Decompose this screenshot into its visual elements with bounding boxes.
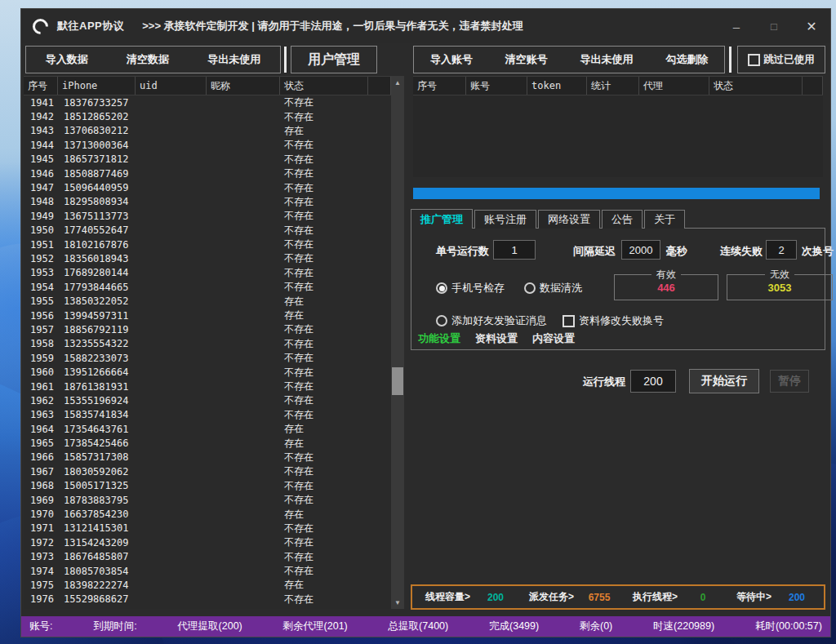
table-row[interactable]: 195118102167876不存在	[24, 238, 391, 251]
cell-status: 不存在	[280, 209, 368, 223]
table-row[interactable]: 194818295808934不存在	[24, 195, 391, 209]
interval-input[interactable]	[621, 240, 660, 260]
status-bar-item: 时速(220989)	[653, 620, 714, 633]
table-row[interactable]: 196118761381931不存在	[24, 380, 391, 393]
table-row[interactable]: 195218356018943不存在	[24, 251, 391, 265]
scroll-down-icon[interactable]: ▼	[391, 596, 404, 609]
table-row[interactable]: 195718856792119不存在	[24, 322, 391, 336]
radio-icon	[436, 315, 447, 326]
titlebar[interactable]: 默往APP协议 >>> 承接软件定制开发 | 请勿用于非法用途，一切后果与作者无…	[21, 9, 830, 43]
dispatched-tasks-label: 派发任务>	[529, 590, 574, 604]
table-row[interactable]: 197213154243209不存在	[24, 535, 391, 549]
table-row[interactable]: 195613994597311存在	[24, 309, 391, 322]
table-row[interactable]: 194518657371812不存在	[24, 153, 391, 167]
cell-no: 1963	[24, 408, 58, 422]
delete-checked-button[interactable]: 勾选删除	[660, 52, 713, 67]
table-row[interactable]: 197113121415301不存在	[24, 522, 391, 535]
table-row[interactable]: 194913675113773不存在	[24, 209, 391, 223]
profile-fail-checkbox[interactable]	[563, 315, 575, 327]
cell-status: 不存在	[280, 337, 368, 351]
export-unused-accounts-button[interactable]: 导出未使用	[575, 52, 638, 67]
subtab-function[interactable]: 功能设置	[418, 331, 460, 346]
clear-accounts-button[interactable]: 清空账号	[500, 52, 553, 67]
fail-input[interactable]	[766, 240, 797, 260]
tab-about[interactable]: 关于	[644, 210, 685, 229]
import-accounts-button[interactable]: 导入账号	[425, 52, 478, 67]
radio-phone-check[interactable]: 手机号检存	[436, 281, 505, 295]
tab-announcement[interactable]: 公告	[602, 210, 643, 229]
radio-data-clean[interactable]: 数据清洗	[524, 281, 582, 295]
cell-uid	[136, 564, 207, 578]
cell-nickname	[207, 365, 280, 379]
cell-iphone: 15857317308	[58, 451, 136, 464]
tab-register[interactable]: 账号注册	[474, 210, 536, 229]
cell-status: 不存在	[280, 593, 368, 606]
table-row[interactable]: 195813235554322不存在	[24, 337, 391, 351]
cell-no: 1959	[24, 351, 58, 365]
table-row[interactable]: 196517385425466存在	[24, 436, 391, 450]
profile-fail-option[interactable]: 资料修改失败换号	[563, 313, 664, 328]
subtab-profile[interactable]: 资料设置	[475, 331, 518, 346]
skip-used-checkbox[interactable]	[748, 54, 760, 66]
table-row[interactable]: 196918783883795不存在	[24, 493, 391, 507]
skip-used-option[interactable]: 跳过已使用	[737, 46, 825, 73]
cell-iphone: 17740552647	[58, 224, 136, 238]
waiting-threads: 等待中> 200	[736, 590, 811, 604]
cell-no: 1962	[24, 393, 58, 407]
cell-no: 1942	[24, 109, 58, 123]
start-run-button[interactable]: 开始运行	[689, 369, 759, 393]
table-row[interactable]: 195915882233073不存在	[24, 351, 391, 365]
single-run-label: 单号运行数	[436, 244, 489, 259]
table-row[interactable]: 197518398222274存在	[24, 578, 391, 592]
col-empty	[368, 77, 391, 95]
table-row[interactable]: 196815005171325不存在	[24, 479, 391, 493]
cell-nickname	[207, 422, 280, 436]
table-row[interactable]: 197016637854230存在	[24, 507, 391, 521]
maximize-button[interactable]: □	[755, 9, 793, 43]
cell-iphone: 17354643761	[58, 422, 136, 436]
scrollbar-thumb[interactable]	[392, 367, 403, 395]
table-row[interactable]: 194618508877469不存在	[24, 167, 391, 180]
table-row[interactable]: 196215355196924不存在	[24, 393, 391, 407]
table-row[interactable]: 194715096440959不存在	[24, 180, 391, 194]
radio-add-friend[interactable]: 添加好友发验证消息	[436, 313, 547, 328]
close-button[interactable]: ✕	[793, 9, 830, 43]
export-unused-data-button[interactable]: 导出未使用	[202, 52, 265, 67]
pause-button: 暂停	[770, 370, 809, 393]
table-row[interactable]: 194313706830212存在	[24, 124, 391, 138]
cell-no: 1947	[24, 180, 58, 194]
table-row[interactable]: 196013951266664不存在	[24, 365, 391, 379]
table-row[interactable]: 197615529868627不存在	[24, 593, 391, 606]
fail-label: 连续失败	[720, 244, 763, 259]
tab-promotion[interactable]: 推广管理	[411, 209, 473, 229]
col-stats: 统计	[587, 77, 639, 95]
table-row[interactable]: 197318676485807不存在	[24, 550, 391, 564]
table-row[interactable]: 194413713000364不存在	[24, 138, 391, 152]
table-row[interactable]: 195317689280144不存在	[24, 266, 391, 280]
cell-uid	[136, 294, 207, 308]
table-row[interactable]: 195417793844665不存在	[24, 280, 391, 294]
table-row[interactable]: 196718030592062不存在	[24, 464, 391, 478]
user-management-button[interactable]: 用户管理	[291, 46, 377, 73]
table-row[interactable]: 195017740552647不存在	[24, 224, 391, 238]
table-row[interactable]: 196615857317308不存在	[24, 451, 391, 464]
table-row[interactable]: 194218512865202不存在	[24, 109, 391, 123]
status-bar-item: 剩余(0)	[580, 620, 612, 633]
minimize-button[interactable]: –	[718, 9, 755, 43]
import-data-button[interactable]: 导入数据	[41, 52, 93, 67]
cell-status: 不存在	[280, 322, 368, 336]
thread-count-input[interactable]	[630, 370, 676, 393]
table-row[interactable]: 196417354643761存在	[24, 422, 391, 436]
clear-data-button[interactable]: 清空数据	[122, 52, 174, 67]
table-row[interactable]: 194118376733257不存在	[24, 95, 391, 109]
col-uid: uid	[136, 77, 207, 95]
scroll-up-icon[interactable]: ▲	[391, 76, 404, 89]
table-scrollbar[interactable]: ▲ ▼	[391, 76, 404, 609]
status-bar-item: 总提取(7400)	[389, 620, 449, 633]
table-row[interactable]: 195513850322052存在	[24, 294, 391, 308]
subtab-content[interactable]: 内容设置	[532, 331, 575, 346]
tab-network[interactable]: 网络设置	[538, 210, 600, 229]
table-row[interactable]: 196315835741834不存在	[24, 408, 391, 422]
single-run-input[interactable]	[493, 240, 536, 260]
table-row[interactable]: 197418085703854不存在	[24, 564, 391, 578]
